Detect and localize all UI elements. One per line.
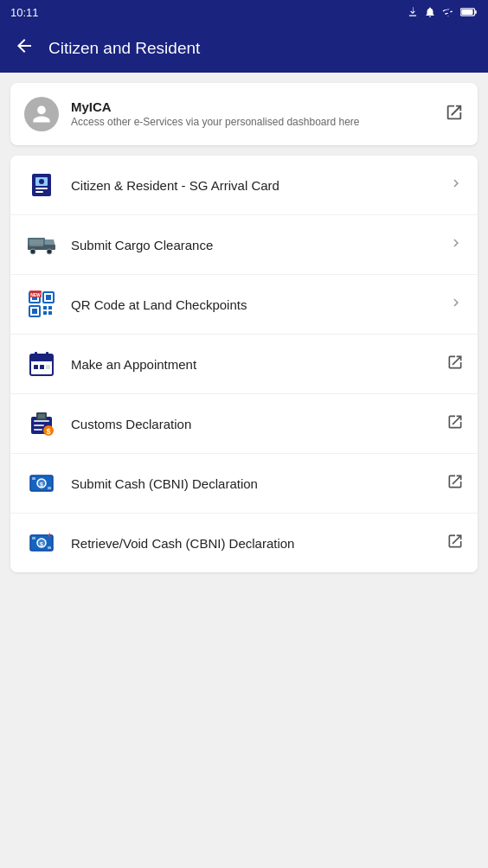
list-item[interactable]: $ Submit Cash (CBNI) Declaration (10, 453, 478, 513)
external-link-icon (446, 473, 464, 495)
menu-card: Citizen & Resident - SG Arrival Card Sub… (10, 156, 478, 572)
svg-rect-27 (30, 354, 53, 361)
customs-icon-wrap: $ (24, 406, 59, 441)
svg-rect-47 (48, 487, 51, 489)
svg-rect-54 (48, 546, 51, 549)
external-link-icon (446, 354, 464, 375)
cargo-clearance-label: Submit Cargo Clearance (71, 238, 436, 252)
external-link-icon (445, 103, 464, 126)
submit-cash-label: Submit Cash (CBNI) Declaration (71, 476, 434, 491)
cash-retrieve-icon-wrap: $ (24, 526, 59, 560)
myica-subtitle: Access other e-Services via your persona… (71, 116, 433, 130)
svg-rect-30 (34, 365, 38, 369)
svg-rect-35 (34, 424, 44, 426)
truck-icon (26, 233, 57, 257)
myica-text: MyICA Access other e-Services via your p… (71, 99, 433, 130)
svg-rect-31 (40, 365, 44, 369)
svg-point-7 (39, 179, 44, 184)
list-item[interactable]: Submit Cargo Clearance (10, 214, 478, 274)
list-item[interactable]: NEW QR Code at Land Checkpoints (10, 274, 478, 334)
cash-icon: $ (28, 469, 55, 497)
chevron-right-icon (448, 176, 464, 195)
top-nav-bar: Citizen and Resident (0, 24, 488, 73)
truck-icon-wrap (24, 227, 59, 262)
svg-rect-32 (46, 365, 50, 369)
svg-rect-38 (38, 414, 45, 418)
svg-rect-22 (43, 311, 47, 315)
person-icon (31, 104, 52, 124)
appointment-label: Make an Appointment (71, 357, 434, 372)
list-item[interactable]: $ Customs Declaration (10, 393, 478, 453)
svg-rect-29 (46, 352, 48, 357)
page-title: Citizen and Resident (48, 39, 200, 58)
appointment-icon-wrap (24, 347, 59, 381)
qr-icon: NEW (28, 290, 55, 318)
svg-rect-21 (48, 306, 52, 310)
list-item[interactable]: Citizen & Resident - SG Arrival Card (10, 156, 478, 214)
svg-text:NEW: NEW (30, 292, 41, 297)
myica-item[interactable]: MyICA Access other e-Services via your p… (10, 83, 478, 145)
svg-text:$: $ (40, 541, 43, 548)
myica-card: MyICA Access other e-Services via your p… (10, 83, 478, 145)
notification-icon (424, 6, 436, 18)
arrival-card-label: Citizen & Resident - SG Arrival Card (71, 178, 436, 193)
myica-title: MyICA (71, 99, 433, 114)
content-area: MyICA Access other e-Services via your p… (0, 73, 488, 593)
status-icons (407, 6, 478, 18)
svg-point-12 (47, 249, 52, 254)
passport-icon-wrap (24, 168, 59, 202)
svg-rect-6 (35, 191, 43, 193)
appointment-icon (28, 350, 55, 378)
cash-icon-wrap: $ (24, 466, 59, 501)
svg-rect-53 (32, 537, 35, 539)
retrieve-cash-label: Retrieve/Void Cash (CBNI) Declaration (71, 536, 434, 551)
qr-code-label: QR Code at Land Checkpoints (71, 297, 436, 312)
customs-icon: $ (28, 410, 55, 437)
download-icon (407, 6, 419, 18)
battery-icon (460, 7, 478, 17)
chevron-right-icon (448, 295, 464, 315)
list-item[interactable]: $ Retrieve/Void Cash (CBNI) Declaration (10, 513, 478, 572)
external-link-icon (446, 533, 464, 554)
myica-icon (24, 97, 59, 131)
svg-point-11 (30, 249, 35, 254)
svg-rect-36 (34, 429, 42, 431)
svg-rect-2 (461, 10, 472, 15)
chevron-right-icon (448, 235, 464, 255)
svg-rect-34 (34, 420, 49, 422)
svg-rect-5 (35, 188, 48, 189)
passport-icon (28, 171, 55, 199)
list-item[interactable]: Make an Appointment (10, 334, 478, 393)
external-link-icon (446, 413, 464, 435)
svg-text:$: $ (46, 427, 50, 436)
svg-rect-28 (35, 352, 37, 357)
svg-rect-1 (475, 10, 477, 14)
status-bar: 10:11 (0, 0, 488, 24)
status-time: 10:11 (10, 6, 39, 19)
signal-icon (441, 6, 455, 18)
svg-rect-20 (43, 306, 47, 310)
customs-label: Customs Declaration (71, 417, 434, 431)
qr-icon-wrap: NEW (24, 287, 59, 322)
svg-rect-17 (46, 295, 51, 300)
back-button[interactable] (14, 35, 35, 61)
svg-rect-46 (32, 477, 35, 480)
svg-rect-23 (48, 311, 52, 315)
svg-text:$: $ (40, 482, 43, 488)
svg-rect-19 (32, 309, 37, 314)
svg-rect-13 (29, 239, 43, 246)
cash-retrieve-icon: $ (28, 529, 55, 557)
